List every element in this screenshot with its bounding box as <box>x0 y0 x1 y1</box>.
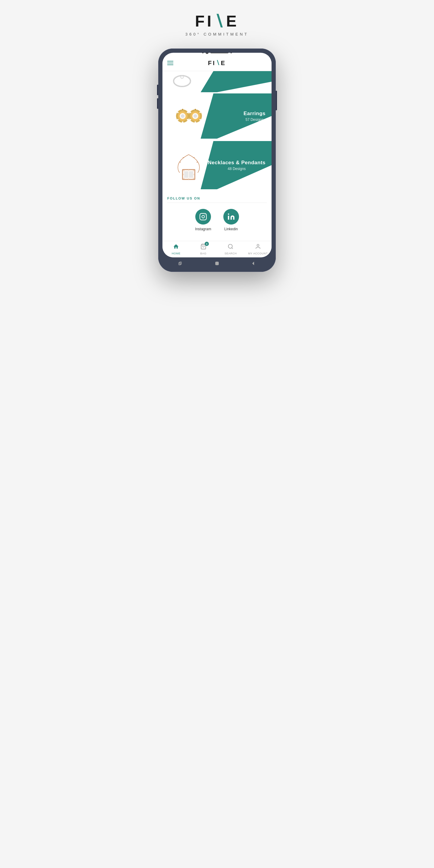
category-card-earrings[interactable]: Earrings 57 Designs <box>162 93 272 138</box>
svg-rect-45 <box>228 216 229 220</box>
search-nav-label: SEARCH <box>224 252 237 255</box>
svg-point-27 <box>180 162 181 163</box>
necklaces-title: Necklaces & Pendants <box>208 160 266 166</box>
account-nav-label: MY ACCOUNT <box>248 252 268 255</box>
svg-point-23 <box>190 119 191 121</box>
power-button <box>276 91 277 110</box>
svg-rect-32 <box>184 172 188 178</box>
brand-logo: FI∖E <box>195 12 239 30</box>
instagram-social-item[interactable]: Instagram <box>195 209 211 231</box>
bag-nav-label: BAG <box>200 252 207 255</box>
nav-item-search[interactable]: SEARCH <box>217 244 244 255</box>
svg-point-18 <box>193 114 197 118</box>
svg-rect-14 <box>182 109 183 111</box>
svg-point-35 <box>188 170 189 170</box>
nav-item-account[interactable]: MY ACCOUNT <box>244 244 272 255</box>
bottom-nav: HOME 4 BAG <box>162 241 272 257</box>
app-header: FI∖E <box>162 55 272 71</box>
svg-point-12 <box>177 119 179 121</box>
earrings-title: Earrings <box>244 111 266 117</box>
svg-point-39 <box>188 179 189 180</box>
follow-divider <box>167 203 267 203</box>
sensor-dot-2 <box>230 53 232 53</box>
app-logo-slash: ∖ <box>216 60 221 66</box>
necklace-image <box>162 141 215 189</box>
home-nav-label: HOME <box>172 252 181 255</box>
svg-point-22 <box>194 121 196 123</box>
svg-point-43 <box>202 216 205 218</box>
hamburger-line-1 <box>167 61 173 61</box>
search-icon <box>227 244 234 251</box>
hamburger-line-3 <box>167 64 173 65</box>
hamburger-menu-button[interactable] <box>167 61 173 65</box>
phone-screen: FI∖E <box>162 53 272 257</box>
nav-item-bag[interactable]: 4 BAG <box>190 244 217 255</box>
volume-down-button <box>157 98 158 109</box>
nav-item-home[interactable]: HOME <box>162 244 190 255</box>
instagram-icon[interactable] <box>195 209 211 224</box>
earrings-image <box>162 93 215 138</box>
svg-point-24 <box>190 112 191 113</box>
account-icon <box>255 244 261 251</box>
volume-up-button <box>157 85 158 95</box>
svg-point-46 <box>228 213 229 215</box>
home-hardware-btn[interactable] <box>214 260 220 267</box>
svg-rect-25 <box>195 109 196 111</box>
svg-point-21 <box>199 119 201 121</box>
camera-area <box>202 53 232 54</box>
svg-point-10 <box>187 119 188 121</box>
svg-point-41 <box>183 174 184 175</box>
svg-point-36 <box>193 170 194 171</box>
category-card-necklaces[interactable]: Necklaces & Pendants 48 Designs <box>162 141 272 189</box>
linkedin-icon[interactable] <box>223 209 239 224</box>
sensor-dot <box>202 53 204 53</box>
instagram-label: Instagram <box>195 227 211 231</box>
svg-point-38 <box>193 178 194 179</box>
earrings-card-text: Earrings 57 Designs <box>244 111 266 122</box>
follow-title: FOLLOW US ON <box>167 196 267 200</box>
home-icon <box>173 244 179 251</box>
linkedin-social-item[interactable]: Linkedin <box>223 209 239 231</box>
svg-point-50 <box>257 244 259 247</box>
svg-point-34 <box>183 170 184 171</box>
svg-point-37 <box>193 174 194 175</box>
svg-point-44 <box>205 215 205 215</box>
svg-point-13 <box>177 112 179 113</box>
svg-point-28 <box>193 157 194 158</box>
brand-tagline: 360° COMMITMENT <box>185 32 249 36</box>
necklaces-card-text: Necklaces & Pendants 48 Designs <box>208 160 266 171</box>
recent-apps-btn[interactable] <box>178 260 184 267</box>
svg-point-26 <box>183 157 184 158</box>
bag-badge: 4 <box>205 242 209 246</box>
svg-point-48 <box>228 244 232 248</box>
logo-slash: ∖ <box>214 12 226 30</box>
linkedin-label: Linkedin <box>224 227 238 231</box>
earrings-subtitle: 57 Designs <box>244 118 266 122</box>
follow-section: FOLLOW US ON Instagram <box>162 192 272 241</box>
hamburger-line-2 <box>167 63 173 63</box>
speaker-grille <box>210 53 228 53</box>
svg-rect-53 <box>216 262 218 265</box>
svg-rect-42 <box>200 213 207 220</box>
social-icons-row: Instagram Linkedin <box>167 209 267 236</box>
svg-point-3 <box>181 76 183 78</box>
svg-point-11 <box>182 121 183 123</box>
svg-point-7 <box>181 114 184 118</box>
svg-rect-33 <box>189 172 193 178</box>
front-camera <box>206 53 209 54</box>
necklaces-subtitle: 48 Designs <box>208 167 266 171</box>
back-hardware-btn[interactable] <box>250 260 256 267</box>
svg-point-9 <box>187 112 188 113</box>
svg-point-20 <box>199 112 201 113</box>
phone-notch <box>162 53 272 55</box>
ring-image <box>172 73 193 90</box>
phone-gesture-bar <box>162 257 272 268</box>
app-logo: FI∖E <box>208 59 226 67</box>
app-content[interactable]: Earrings 57 Designs <box>162 71 272 241</box>
svg-point-29 <box>196 162 197 163</box>
svg-line-49 <box>232 248 233 249</box>
brand-header: FI∖E 360° COMMITMENT <box>185 12 249 36</box>
category-card-rings[interactable] <box>162 71 272 92</box>
svg-point-40 <box>183 178 184 179</box>
bag-badge-wrap: 4 <box>200 244 207 251</box>
